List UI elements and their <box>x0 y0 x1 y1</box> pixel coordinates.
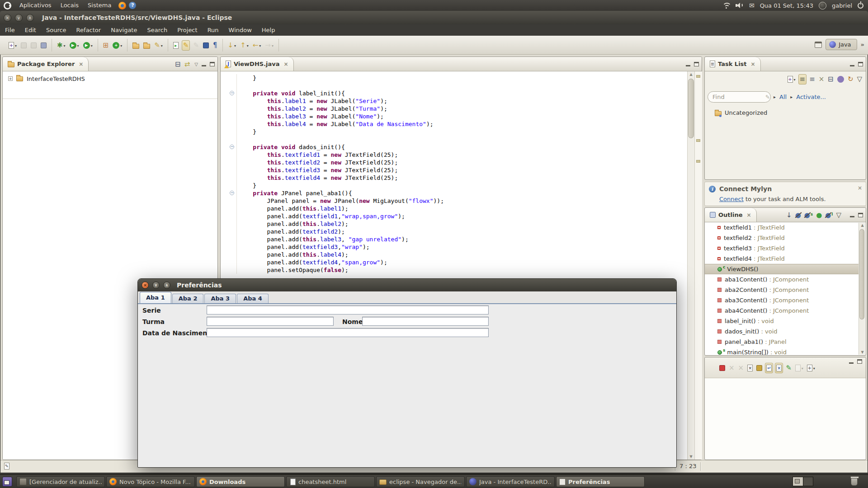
menu-refactor[interactable]: Refactor <box>71 24 106 36</box>
menu-source[interactable]: Source <box>41 24 71 36</box>
outline-item[interactable]: label_init() : void <box>705 316 859 326</box>
annotation-dim-icon[interactable]: ✎ <box>192 41 200 50</box>
window-maximize-button[interactable]: ∧ <box>26 14 34 22</box>
hide-fields-icon[interactable]: ● <box>794 211 802 220</box>
fold-collapse-icon[interactable]: − <box>230 91 234 95</box>
firefox-launcher-icon[interactable] <box>118 2 126 9</box>
hide-static-icon[interactable]: ●s <box>803 211 814 220</box>
link-with-editor-icon[interactable]: ⇄ <box>184 60 191 69</box>
scroll-up-icon[interactable]: ▲ <box>859 223 866 227</box>
activate-link[interactable]: Activate... <box>796 94 826 100</box>
taskbar-button[interactable]: eclipse - Navegador de... <box>376 476 465 487</box>
new-task-icon[interactable]: +▾ <box>787 75 797 84</box>
remove-launch-icon[interactable]: × <box>728 363 736 373</box>
open-console-icon[interactable]: +▾ <box>806 363 816 373</box>
task-list-tab[interactable]: ≡ Task List × <box>705 57 761 71</box>
filter-all-link[interactable]: All <box>779 94 787 100</box>
scrollbar-thumb[interactable] <box>859 229 864 319</box>
outline-item[interactable]: smain(String[]) : void <box>705 347 859 355</box>
workspace-switcher[interactable] <box>793 477 813 486</box>
outline-item[interactable]: aba4Content() : JComponent <box>705 305 859 316</box>
gnome-menu-aplicativos[interactable]: Aplicativos <box>15 0 56 11</box>
save-all-icon[interactable] <box>30 41 38 50</box>
menu-edit[interactable]: Edit <box>20 24 41 36</box>
open-type-hierarchy-icon[interactable]: ▸ <box>172 41 179 50</box>
search-icon[interactable]: ✎▾ <box>153 41 164 50</box>
minimize-icon[interactable] <box>850 65 854 66</box>
dialog-close-button[interactable]: × <box>142 282 149 289</box>
hide-non-public-icon[interactable]: ● <box>815 211 823 220</box>
maximize-icon[interactable] <box>858 62 863 66</box>
outline-item[interactable]: panel_aba1() : JPanel <box>705 337 859 347</box>
dialog-tab-3[interactable]: Aba 3 <box>204 294 236 303</box>
user-name[interactable]: gabriel <box>832 2 852 9</box>
outline-item[interactable]: dados_init() : void <box>705 326 859 337</box>
print-icon[interactable] <box>40 41 47 50</box>
task-category-row[interactable]: Uncategorized <box>715 109 767 116</box>
window-minimize-button[interactable]: ∨ <box>15 14 23 22</box>
word-wrap-icon[interactable]: ↵ <box>765 363 773 373</box>
menu-file[interactable]: File <box>0 24 20 36</box>
menu-run[interactable]: Run <box>203 24 224 36</box>
minimize-icon[interactable] <box>686 65 690 66</box>
open-task-icon[interactable] <box>132 41 140 50</box>
view-menu-icon[interactable]: ▽ <box>835 211 842 220</box>
view-menu-icon[interactable]: ▽ <box>194 62 198 67</box>
perspective-java-button[interactable]: Java <box>826 39 857 50</box>
power-icon[interactable] <box>858 3 863 9</box>
debug-icon[interactable]: ✱▾ <box>56 41 66 50</box>
clock[interactable]: Qua 01 Set, 15:43 <box>760 2 813 9</box>
scroll-down-icon[interactable]: ▼ <box>859 350 866 354</box>
taskbar-button[interactable]: Downloads <box>196 476 285 487</box>
dialog-tab-1[interactable]: Aba 1 <box>140 292 171 303</box>
new-wizard-icon[interactable]: +▾ <box>8 41 18 50</box>
find-clear-icon[interactable]: ✎ <box>765 94 770 100</box>
save-icon[interactable] <box>20 41 28 50</box>
dialog-tab-4[interactable]: Aba 4 <box>237 294 269 303</box>
outline-item[interactable]: aba1Content() : JComponent <box>705 274 859 285</box>
outline-item[interactable]: textfield2 : JTextField <box>705 233 859 243</box>
window-close-button[interactable]: × <box>4 14 11 22</box>
menu-project[interactable]: Project <box>172 24 202 36</box>
dialog-titlebar[interactable]: × ∨ ∧ Preferências <box>138 279 676 291</box>
expander-icon[interactable]: + <box>8 76 13 81</box>
maximize-icon[interactable] <box>694 62 699 66</box>
new-java-project-icon[interactable]: ⊞ <box>102 41 110 50</box>
close-icon[interactable]: × <box>747 212 751 218</box>
taskbar-button[interactable]: [Gerenciador de atualiz... <box>16 476 105 487</box>
editor-tab-viewdhs[interactable]: J ViewDHS.java × <box>221 57 294 71</box>
categorized-presentation-icon[interactable]: ≡ <box>798 74 807 84</box>
nome-input[interactable] <box>362 317 489 326</box>
close-icon[interactable]: × <box>751 61 755 67</box>
fold-collapse-icon[interactable]: − <box>230 145 234 149</box>
network-icon[interactable] <box>722 3 730 9</box>
workspace-1[interactable] <box>793 477 803 486</box>
menu-help[interactable]: Help <box>257 24 280 36</box>
open-perspective-icon[interactable] <box>815 42 822 48</box>
mark-occurrences-icon[interactable]: ✎ <box>182 40 190 51</box>
dialog-minimize-button[interactable]: ∨ <box>152 282 160 289</box>
mail-icon[interactable]: ✉ <box>749 2 755 9</box>
maximize-icon[interactable] <box>858 213 863 217</box>
trash-icon[interactable] <box>851 477 858 486</box>
outline-item[interactable]: aba2Content() : JComponent <box>705 285 859 295</box>
outline-scrollbar[interactable]: ▲ ▼ <box>859 223 865 355</box>
help-launcher-icon[interactable]: ? <box>129 2 136 9</box>
taskbar-button[interactable]: Novo Tópico - Mozilla F... <box>106 476 195 487</box>
find-input[interactable] <box>708 91 771 103</box>
user-avatar[interactable] <box>819 2 826 9</box>
collapse-all-icon[interactable]: ⊟ <box>174 60 182 69</box>
taskbar-button[interactable]: cheatsheet.html <box>286 476 375 487</box>
terminate-icon[interactable] <box>718 364 726 372</box>
prev-annotation-icon[interactable]: ↑▾ <box>239 41 250 50</box>
new-java-class-icon[interactable]: +▾ <box>112 41 123 50</box>
remove-all-launches-icon[interactable]: × <box>737 363 745 373</box>
dialog-maximize-button[interactable]: ∧ <box>163 282 170 289</box>
show-on-output-icon[interactable]: × <box>775 363 783 373</box>
taskbar-button[interactable]: Java - InterfaceTesteRD... <box>466 476 555 487</box>
turma-input[interactable] <box>207 317 334 326</box>
collapse-all-icon[interactable]: ⊟ <box>827 75 835 84</box>
data-nascimento-input[interactable] <box>207 328 489 337</box>
volume-icon[interactable] <box>736 2 744 9</box>
menu-search[interactable]: Search <box>142 24 172 36</box>
